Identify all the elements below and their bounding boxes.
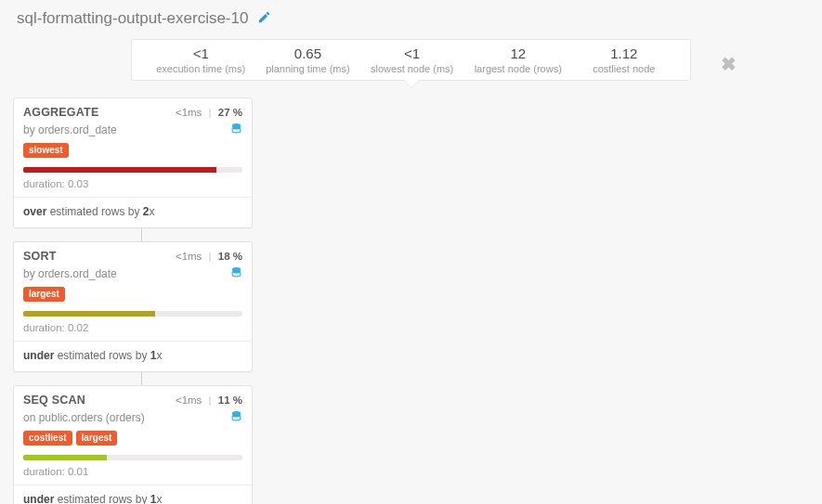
tree-connector	[141, 228, 142, 241]
plan-node-time: <1ms	[176, 107, 202, 118]
tag-largest: largest	[23, 287, 65, 302]
stat-slowest-node: <1 slowest node (ms)	[371, 45, 454, 74]
edit-icon[interactable]	[257, 10, 271, 27]
stat-value: 1.12	[582, 45, 666, 61]
stat-value: 12	[475, 45, 562, 61]
plan-node-tags: largest	[23, 287, 242, 302]
stat-label: slowest node (ms)	[371, 63, 454, 74]
page-header: sql-formatting-output-exercise-10	[0, 0, 822, 33]
duration-bar	[23, 311, 242, 317]
duration-bar	[23, 167, 242, 173]
duration-bar-fill	[23, 167, 216, 173]
tag-slowest: slowest	[23, 143, 69, 158]
stat-label: planning time (ms)	[266, 63, 349, 74]
plan-node[interactable]: SORT <1ms | 18 % by orders.ord_date larg…	[13, 241, 253, 372]
tag-costliest: costliest	[23, 431, 72, 446]
plan-node-header: SORT <1ms | 18 %	[23, 250, 242, 263]
stat-value: <1	[156, 45, 245, 61]
stat-label: execution time (ms)	[156, 63, 245, 74]
plan-stats-bar: <1 execution time (ms) 0.65 planning tim…	[131, 39, 691, 81]
page-title: sql-formatting-output-exercise-10	[17, 9, 248, 28]
stat-costliest-node: 1.12 costliest node	[582, 45, 666, 74]
plan-node-duration: duration: 0.02	[23, 322, 242, 333]
plan-node-type: SORT	[23, 250, 57, 263]
close-icon[interactable]: ✖	[721, 53, 737, 75]
duration-bar-fill	[23, 311, 155, 317]
separator: |	[209, 107, 212, 118]
plan-node-relation: on public.orders (orders)	[23, 411, 145, 424]
database-icon[interactable]	[230, 410, 242, 425]
plan-node-tags: slowest	[23, 143, 242, 158]
tag-largest: largest	[76, 431, 118, 446]
plan-node-relation-row: on public.orders (orders)	[23, 410, 242, 425]
plan-node[interactable]: AGGREGATE <1ms | 27 % by orders.ord_date…	[13, 97, 253, 228]
plan-tree: AGGREGATE <1ms | 27 % by orders.ord_date…	[0, 97, 822, 504]
plan-node[interactable]: SEQ SCAN <1ms | 11 % on public.orders (o…	[13, 385, 253, 504]
plan-node-tags: costliest largest	[23, 431, 242, 446]
plan-node-percent: 18 %	[218, 251, 242, 262]
plan-node-estimate: under estimated rows by 1x	[23, 485, 242, 504]
plan-node-type: AGGREGATE	[23, 106, 98, 119]
stat-label: largest node (rows)	[475, 63, 562, 74]
plan-node-meta: <1ms | 18 %	[176, 251, 242, 262]
plan-node-header: AGGREGATE <1ms | 27 %	[23, 106, 242, 119]
plan-node-relation-row: by orders.ord_date	[23, 266, 242, 281]
separator: |	[209, 251, 212, 262]
plan-node-meta: <1ms | 27 %	[176, 107, 242, 118]
stat-value: 0.65	[266, 45, 349, 61]
plan-stats-wrap: <1 execution time (ms) 0.65 planning tim…	[0, 33, 822, 97]
plan-node-type: SEQ SCAN	[23, 394, 85, 407]
plan-node-estimate: over estimated rows by 2x	[23, 198, 242, 218]
tree-connector	[141, 372, 142, 385]
plan-node-time: <1ms	[176, 394, 202, 406]
duration-bar-fill	[23, 455, 107, 460]
plan-node-estimate: under estimated rows by 1x	[23, 342, 242, 362]
plan-node-header: SEQ SCAN <1ms | 11 %	[23, 394, 242, 407]
database-icon[interactable]	[230, 123, 242, 137]
stat-value: <1	[371, 45, 454, 61]
plan-node-relation: by orders.ord_date	[23, 123, 117, 136]
plan-node-percent: 11 %	[218, 394, 242, 406]
plan-node-duration: duration: 0.03	[23, 178, 242, 189]
stat-planning-time: 0.65 planning time (ms)	[266, 45, 349, 74]
plan-node-relation-row: by orders.ord_date	[23, 123, 242, 137]
plan-node-meta: <1ms | 11 %	[176, 394, 242, 406]
plan-node-time: <1ms	[176, 251, 202, 262]
stat-largest-node: 12 largest node (rows)	[475, 45, 562, 74]
database-icon[interactable]	[230, 266, 242, 281]
plan-node-relation: by orders.ord_date	[23, 267, 117, 280]
chevron-down-icon	[403, 80, 420, 88]
separator: |	[209, 394, 212, 406]
stat-label: costliest node	[582, 63, 666, 74]
stat-execution-time: <1 execution time (ms)	[156, 45, 245, 74]
plan-node-percent: 27 %	[218, 107, 242, 118]
duration-bar	[23, 455, 242, 460]
plan-node-duration: duration: 0.01	[23, 466, 242, 477]
